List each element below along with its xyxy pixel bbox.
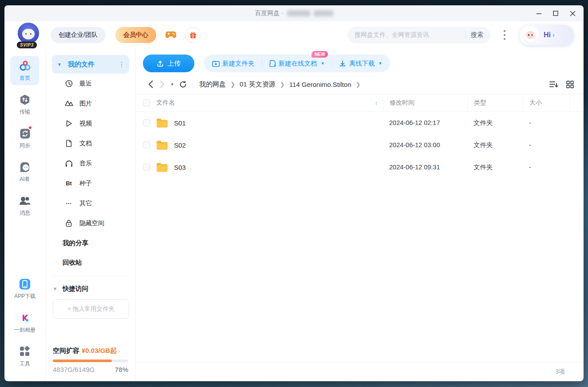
lock-icon — [64, 219, 73, 227]
titlebar[interactable]: 百度网盘 · — [4, 5, 584, 21]
file-type: 文件夹 — [467, 156, 523, 178]
more-menu-icon[interactable] — [497, 27, 513, 43]
nav-recycle-bin[interactable]: 回收站 — [52, 253, 129, 272]
sort-order-icon[interactable] — [549, 81, 558, 88]
rail-item-photo-album[interactable]: 一刻相册 — [10, 308, 39, 337]
breadcrumb: 我的网盘 ❯ 01 英文资源 ❯ 114 Geronimo.Stilton ❯ — [199, 80, 360, 89]
new-online-doc-button[interactable]: NEW 新建在线文档 ▼ — [269, 59, 325, 68]
refresh-button[interactable] — [177, 81, 189, 88]
forward-button[interactable] — [156, 80, 168, 88]
file-name[interactable]: S03 — [174, 164, 186, 171]
vip-center-button[interactable]: 会员中心 — [115, 27, 156, 43]
tools-icon — [18, 345, 32, 358]
table-row[interactable]: S03 2024-06-12 09:31 文件夹 - — [136, 156, 584, 178]
storage-progress-bar — [53, 360, 128, 362]
offline-download-button[interactable]: 离线下载 ▼ — [339, 59, 382, 68]
close-button[interactable] — [566, 7, 579, 20]
sync-icon — [18, 127, 32, 140]
rail-item-tools[interactable]: 工具 — [10, 341, 39, 371]
nav-my-files[interactable]: ▼ 我的文件 ⋮ — [52, 55, 129, 74]
upload-icon — [157, 60, 164, 67]
row-checkbox[interactable] — [143, 119, 150, 126]
app-download-icon — [18, 278, 32, 291]
file-name[interactable]: S02 — [174, 141, 186, 149]
nav-item-images[interactable]: 图片 — [52, 94, 129, 113]
svip-badge: SVIP3 — [17, 42, 37, 48]
chevron-down-icon: ▼ — [378, 61, 382, 66]
user-avatar[interactable]: SVIP3 — [18, 23, 41, 47]
doc-plus-icon — [269, 60, 276, 67]
nav-item-others[interactable]: ··· 其它 — [52, 193, 129, 213]
astronaut-avatar — [521, 26, 539, 44]
new-folder-button[interactable]: 新建文件夹 — [212, 59, 255, 68]
gift-icon[interactable] — [185, 27, 201, 43]
notification-dot — [28, 126, 32, 129]
nav-item-hidden-space[interactable]: 隐藏空间 — [52, 213, 129, 233]
file-size: - — [523, 134, 569, 156]
censored-account-name — [287, 10, 310, 16]
search-input[interactable]: 搜网盘文件、全网资源资讯 — [355, 31, 460, 39]
file-name[interactable]: S01 — [174, 119, 186, 127]
rail-item-transfer[interactable]: 传输 — [10, 90, 39, 119]
storage-percent: 78% — [115, 366, 128, 373]
netdisk-logo-icon — [18, 59, 32, 73]
rail-item-app-download[interactable]: APP下载 — [10, 274, 39, 303]
column-header-size[interactable]: 大小 — [523, 94, 569, 111]
account-greeting-button[interactable]: Hi › — [520, 25, 574, 45]
column-header-name[interactable]: 文件名 — [156, 99, 175, 107]
rail-item-home[interactable]: 首页 — [10, 56, 39, 85]
expand-storage-link[interactable]: 空间扩容 ¥0.03/GB起 › — [53, 347, 128, 355]
file-list: S01 2024-06-12 02:17 文件夹 - S02 2 — [136, 112, 584, 362]
maximize-button[interactable] — [549, 7, 562, 20]
rail-item-ai-view[interactable]: AI看 — [10, 157, 39, 186]
window-title: 百度网盘 · — [255, 9, 333, 17]
gamepad-icon[interactable] — [165, 31, 177, 39]
minimize-button[interactable] — [532, 7, 545, 20]
create-team-button[interactable]: 创建企业/团队 — [51, 27, 106, 43]
row-checkbox[interactable] — [143, 141, 150, 149]
sort-ascending-icon[interactable]: ↑ — [375, 100, 378, 106]
nav-item-music[interactable]: 音乐 — [52, 153, 129, 173]
storage-usage: 4837G/6149G — [53, 366, 95, 373]
file-modified: 2024-06-12 09:31 — [383, 156, 467, 178]
censored-account-name — [314, 10, 333, 16]
table-row[interactable]: S02 2024-06-12 03:00 文件夹 - — [136, 134, 584, 156]
ellipsis-icon: ··· — [64, 200, 73, 207]
column-header-type[interactable]: 类型 — [467, 94, 523, 111]
chevron-right-icon: ❯ — [230, 81, 235, 88]
file-modified: 2024-06-12 02:17 — [383, 112, 467, 134]
column-header-modified[interactable]: 修改时间 — [383, 94, 467, 111]
nav-quick-access[interactable]: ▼ 快捷访问 — [52, 280, 129, 297]
collapse-triangle-icon[interactable]: ▼ — [57, 62, 62, 67]
search-button[interactable]: 搜索 — [471, 31, 483, 39]
nav-item-documents[interactable]: 文档 — [52, 133, 129, 153]
app-window: 百度网盘 · SVIP3 创建企业/团队 会员中心 — [4, 5, 584, 381]
upload-button[interactable]: 上传 — [143, 55, 194, 72]
nav-my-shares[interactable]: 我的分享 — [52, 233, 129, 253]
icon-rail: 首页 传输 同步 AI看 — [4, 49, 46, 381]
breadcrumb-item[interactable]: 01 英文资源 — [240, 80, 276, 89]
file-size: - — [523, 156, 569, 178]
rail-item-messages[interactable]: 消息 — [10, 191, 39, 220]
nav-item-videos[interactable]: 视频 — [52, 113, 129, 133]
chevron-right-icon: › — [118, 348, 120, 354]
back-button[interactable] — [145, 80, 156, 88]
search-bar[interactable]: 搜网盘文件、全网资源资讯 搜索 — [347, 27, 490, 43]
my-files-menu-icon[interactable]: ⋮ — [118, 63, 125, 66]
nav-item-recent[interactable]: 最近 — [52, 74, 129, 94]
chevron-right-icon: › — [552, 31, 555, 39]
collapse-triangle-icon[interactable]: ▼ — [53, 286, 57, 291]
nav-item-torrents[interactable]: Bt 种子 — [52, 173, 129, 193]
drop-favorite-folder-zone[interactable]: + 拖入常用文件夹 — [53, 299, 129, 319]
chevron-right-icon: ❯ — [280, 81, 285, 88]
breadcrumb-item[interactable]: 114 Geronimo.Stilton — [289, 81, 351, 88]
history-dropdown-icon[interactable]: ▼ — [168, 82, 177, 86]
grid-view-icon[interactable] — [566, 81, 574, 88]
file-type: 文件夹 — [467, 112, 523, 134]
breadcrumb-item[interactable]: 我的网盘 — [199, 80, 226, 89]
rail-item-sync[interactable]: 同步 — [10, 123, 39, 152]
row-checkbox[interactable] — [143, 164, 150, 171]
select-all-checkbox[interactable] — [143, 99, 150, 106]
storage-section: 空间扩容 ¥0.03/GB起 › 4837G/6149G 78% — [52, 347, 129, 381]
table-row[interactable]: S01 2024-06-12 02:17 文件夹 - — [136, 112, 584, 134]
